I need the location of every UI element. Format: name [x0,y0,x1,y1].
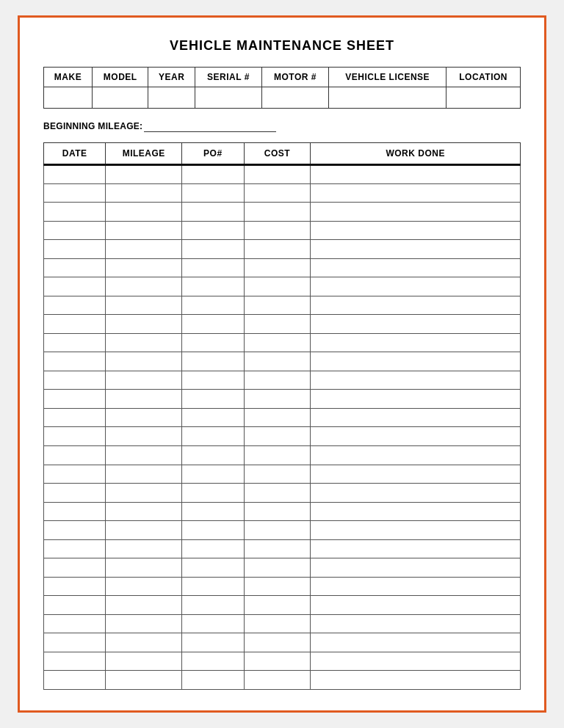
vehicle-cell-make[interactable] [44,87,93,109]
log-cell[interactable] [44,203,106,222]
log-cell[interactable] [106,390,182,409]
log-cell[interactable] [44,315,106,334]
log-cell[interactable] [182,652,244,671]
log-cell[interactable] [311,203,521,222]
log-cell[interactable] [182,183,244,203]
log-cell[interactable] [44,408,106,427]
log-cell[interactable] [106,445,182,465]
log-cell[interactable] [244,484,311,503]
log-cell[interactable] [244,371,311,390]
beginning-mileage-underline[interactable] [144,131,276,132]
log-cell[interactable] [244,614,311,633]
log-cell[interactable] [182,203,244,222]
log-cell[interactable] [182,577,244,596]
log-cell[interactable] [244,296,311,315]
log-cell[interactable] [244,315,311,334]
log-cell[interactable] [106,614,182,633]
log-cell[interactable] [244,165,311,184]
log-cell[interactable] [106,558,182,578]
log-cell[interactable] [311,577,521,596]
log-cell[interactable] [44,390,106,409]
vehicle-cell-year[interactable] [148,87,195,109]
log-cell[interactable] [182,558,244,578]
log-cell[interactable] [106,465,182,484]
vehicle-cell-license[interactable] [329,87,446,109]
log-cell[interactable] [311,221,521,240]
log-cell[interactable] [311,484,521,503]
log-cell[interactable] [44,671,106,690]
log-cell[interactable] [311,465,521,484]
log-cell[interactable] [106,333,182,352]
log-cell[interactable] [44,614,106,633]
log-cell[interactable] [106,371,182,390]
log-cell[interactable] [182,408,244,427]
log-cell[interactable] [244,671,311,690]
log-cell[interactable] [44,596,106,615]
log-cell[interactable] [244,221,311,240]
log-cell[interactable] [106,315,182,334]
log-cell[interactable] [182,614,244,633]
log-cell[interactable] [311,165,521,184]
log-cell[interactable] [106,484,182,503]
log-cell[interactable] [44,352,106,371]
log-cell[interactable] [182,390,244,409]
log-cell[interactable] [44,652,106,671]
log-cell[interactable] [106,258,182,277]
log-cell[interactable] [311,521,521,540]
log-cell[interactable] [182,539,244,558]
log-cell[interactable] [106,352,182,371]
log-cell[interactable] [44,445,106,465]
log-cell[interactable] [182,465,244,484]
log-cell[interactable] [311,296,521,315]
log-cell[interactable] [311,539,521,558]
log-cell[interactable] [182,240,244,259]
log-cell[interactable] [182,315,244,334]
log-cell[interactable] [311,558,521,578]
log-cell[interactable] [311,277,521,296]
log-cell[interactable] [311,333,521,352]
log-cell[interactable] [244,352,311,371]
log-cell[interactable] [244,465,311,484]
log-cell[interactable] [182,633,244,652]
log-cell[interactable] [244,390,311,409]
log-cell[interactable] [106,408,182,427]
log-cell[interactable] [44,502,106,521]
log-cell[interactable] [244,596,311,615]
log-cell[interactable] [44,183,106,203]
log-cell[interactable] [311,502,521,521]
log-cell[interactable] [182,521,244,540]
log-cell[interactable] [106,502,182,521]
log-cell[interactable] [44,577,106,596]
log-cell[interactable] [182,165,244,184]
log-cell[interactable] [244,633,311,652]
log-cell[interactable] [44,258,106,277]
log-cell[interactable] [182,258,244,277]
log-cell[interactable] [44,521,106,540]
log-cell[interactable] [106,633,182,652]
log-cell[interactable] [244,445,311,465]
log-cell[interactable] [182,671,244,690]
log-cell[interactable] [244,577,311,596]
log-cell[interactable] [182,296,244,315]
log-cell[interactable] [244,258,311,277]
log-cell[interactable] [311,371,521,390]
log-cell[interactable] [244,183,311,203]
log-cell[interactable] [106,596,182,615]
vehicle-cell-serial[interactable] [195,87,262,109]
vehicle-cell-motor[interactable] [261,87,328,109]
log-cell[interactable] [106,165,182,184]
log-cell[interactable] [244,502,311,521]
log-cell[interactable] [44,539,106,558]
log-cell[interactable] [182,445,244,465]
log-cell[interactable] [311,596,521,615]
log-cell[interactable] [182,277,244,296]
log-cell[interactable] [311,445,521,465]
log-cell[interactable] [106,240,182,259]
log-cell[interactable] [244,427,311,446]
log-cell[interactable] [244,539,311,558]
log-cell[interactable] [182,333,244,352]
log-cell[interactable] [182,596,244,615]
log-cell[interactable] [244,408,311,427]
log-cell[interactable] [44,277,106,296]
log-cell[interactable] [44,371,106,390]
